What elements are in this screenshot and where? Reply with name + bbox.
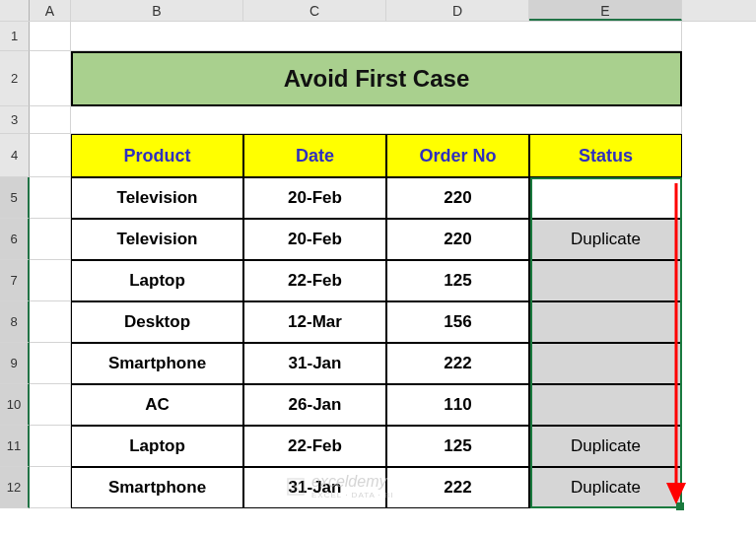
cell-A4[interactable] — [30, 134, 71, 177]
watermark-icon — [286, 477, 306, 497]
cell-status[interactable] — [529, 301, 682, 343]
watermark-text: exceldemy — [311, 473, 394, 491]
spreadsheet: A B C D E 1 2 Avoid First Case 3 4 Produ — [0, 0, 756, 533]
cell-date[interactable]: 20-Feb — [243, 219, 386, 260]
col-header-A[interactable]: A — [30, 0, 71, 21]
table-row: 11Laptop22-Feb125Duplicate — [0, 426, 756, 467]
cell-status[interactable] — [529, 177, 682, 219]
row-header-1[interactable]: 1 — [0, 22, 30, 51]
header-status[interactable]: Status — [529, 134, 682, 177]
cell-date[interactable]: 26-Jan — [243, 384, 386, 426]
row-header-8[interactable]: 8 — [0, 301, 30, 343]
row-header-4[interactable]: 4 — [0, 134, 30, 177]
cell-A1[interactable] — [30, 22, 71, 51]
row-header-6[interactable]: 6 — [0, 219, 30, 260]
cell-B1[interactable] — [71, 22, 682, 51]
table-row: 10AC26-Jan110 — [0, 384, 756, 426]
row-header-3[interactable]: 3 — [0, 106, 30, 134]
cell-A11[interactable] — [30, 426, 71, 467]
header-order-no[interactable]: Order No — [386, 134, 529, 177]
cell-A9[interactable] — [30, 343, 71, 384]
grid-rows: 1 2 Avoid First Case 3 4 Product Date Or… — [0, 22, 756, 508]
row-header-2[interactable]: 2 — [0, 51, 30, 106]
row-header-7[interactable]: 7 — [0, 260, 30, 301]
cell-A5[interactable] — [30, 177, 71, 219]
cell-status[interactable] — [529, 384, 682, 426]
row-header-5[interactable]: 5 — [0, 177, 30, 219]
cell-order-no[interactable]: 110 — [386, 384, 529, 426]
cell-A10[interactable] — [30, 384, 71, 426]
table-row: 7Laptop22-Feb125 — [0, 260, 756, 301]
cell-product[interactable]: Desktop — [71, 301, 243, 343]
col-header-D[interactable]: D — [386, 0, 529, 21]
row-header-11[interactable]: 11 — [0, 426, 30, 467]
cell-A6[interactable] — [30, 219, 71, 260]
cell-product[interactable]: Smartphone — [71, 467, 243, 508]
cell-product[interactable]: Laptop — [71, 426, 243, 467]
cell-date[interactable]: 12-Mar — [243, 301, 386, 343]
cell-order-no[interactable]: 222 — [386, 467, 529, 508]
cell-product[interactable]: Television — [71, 177, 243, 219]
row-header-10[interactable]: 10 — [0, 384, 30, 426]
cell-product[interactable]: AC — [71, 384, 243, 426]
cell-order-no[interactable]: 222 — [386, 343, 529, 384]
cell-date[interactable]: 22-Feb — [243, 260, 386, 301]
cell-product[interactable]: Smartphone — [71, 343, 243, 384]
cell-date[interactable]: 22-Feb — [243, 426, 386, 467]
col-header-C[interactable]: C — [243, 0, 386, 21]
select-all-corner[interactable] — [0, 0, 30, 21]
table-row: 5Television20-Feb220 — [0, 177, 756, 219]
watermark-sub: EXCEL · DATA · BI — [311, 491, 394, 500]
cell-order-no[interactable]: 156 — [386, 301, 529, 343]
cell-status[interactable] — [529, 260, 682, 301]
cell-status[interactable]: Duplicate — [529, 219, 682, 260]
header-product[interactable]: Product — [71, 134, 243, 177]
cell-B3[interactable] — [71, 106, 682, 134]
cell-A8[interactable] — [30, 301, 71, 343]
col-header-E[interactable]: E — [529, 0, 682, 21]
cell-order-no[interactable]: 125 — [386, 260, 529, 301]
cell-product[interactable]: Television — [71, 219, 243, 260]
cell-order-no[interactable]: 125 — [386, 426, 529, 467]
header-date[interactable]: Date — [243, 134, 386, 177]
cell-status[interactable]: Duplicate — [529, 467, 682, 508]
table-row: 9Smartphone31-Jan222 — [0, 343, 756, 384]
cell-status[interactable] — [529, 343, 682, 384]
table-row: 8Desktop12-Mar156 — [0, 301, 756, 343]
cell-order-no[interactable]: 220 — [386, 177, 529, 219]
row-header-12[interactable]: 12 — [0, 467, 30, 508]
cell-A3[interactable] — [30, 106, 71, 134]
column-headers: A B C D E — [0, 0, 756, 22]
cell-A12[interactable] — [30, 467, 71, 508]
title-cell[interactable]: Avoid First Case — [71, 51, 682, 106]
watermark: exceldemy EXCEL · DATA · BI — [286, 473, 394, 500]
col-header-B[interactable]: B — [71, 0, 243, 21]
cell-A2[interactable] — [30, 51, 71, 106]
cell-A7[interactable] — [30, 260, 71, 301]
table-row: 6Television20-Feb220Duplicate — [0, 219, 756, 260]
cell-product[interactable]: Laptop — [71, 260, 243, 301]
row-header-9[interactable]: 9 — [0, 343, 30, 384]
cell-date[interactable]: 31-Jan — [243, 343, 386, 384]
cell-order-no[interactable]: 220 — [386, 219, 529, 260]
cell-status[interactable]: Duplicate — [529, 426, 682, 467]
cell-date[interactable]: 20-Feb — [243, 177, 386, 219]
